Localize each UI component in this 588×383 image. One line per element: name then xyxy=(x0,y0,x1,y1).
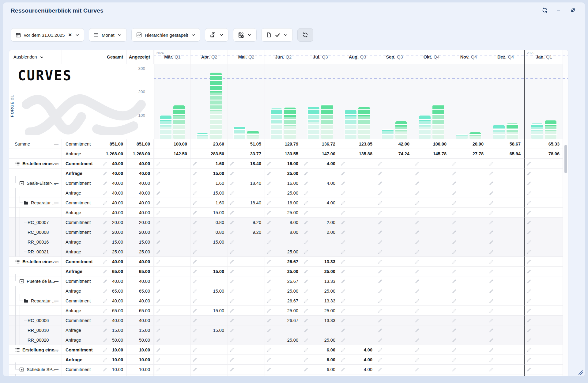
value-cell[interactable] xyxy=(450,257,487,267)
edit-pencil-icon[interactable] xyxy=(489,347,494,352)
edit-pencil-icon[interactable] xyxy=(341,200,346,205)
value-cell[interactable] xyxy=(302,188,339,198)
collapse-toggle[interactable]: — xyxy=(54,347,59,352)
value-cell[interactable]: 26.67 xyxy=(265,296,302,306)
edit-pencil-icon[interactable] xyxy=(192,288,198,294)
edit-pencil-icon[interactable] xyxy=(103,180,108,186)
value-cell[interactable] xyxy=(228,345,265,355)
edit-pencil-icon[interactable] xyxy=(229,318,235,323)
edit-pencil-icon[interactable] xyxy=(378,308,383,313)
edit-pencil-icon[interactable] xyxy=(526,279,532,284)
value-cell[interactable]: 9.20 xyxy=(228,227,265,237)
edit-pencil-icon[interactable] xyxy=(489,269,494,274)
gesamt-cell[interactable]: 65.00 xyxy=(101,306,127,316)
value-cell[interactable] xyxy=(265,325,302,335)
value-cell[interactable] xyxy=(450,365,487,374)
commitment-bar[interactable] xyxy=(419,116,431,139)
edit-pencil-icon[interactable] xyxy=(415,239,420,245)
edit-pencil-icon[interactable] xyxy=(303,357,309,362)
value-cell[interactable] xyxy=(376,355,413,365)
edit-pencil-icon[interactable] xyxy=(452,269,457,274)
edit-pencil-icon[interactable] xyxy=(341,249,346,254)
edit-pencil-icon[interactable] xyxy=(526,220,532,225)
collapse-toggle[interactable]: — xyxy=(54,200,59,205)
edit-pencil-icon[interactable] xyxy=(452,367,457,372)
value-cell[interactable] xyxy=(154,237,191,247)
value-cell[interactable] xyxy=(413,257,450,267)
edit-pencil-icon[interactable] xyxy=(452,200,457,205)
edit-pencil-icon[interactable] xyxy=(378,298,383,303)
value-cell[interactable] xyxy=(228,335,265,345)
value-cell[interactable] xyxy=(302,237,339,247)
document-check-button[interactable] xyxy=(261,28,293,42)
value-cell[interactable] xyxy=(265,374,302,376)
hide-column-toggle[interactable]: Ausblenden xyxy=(9,50,62,64)
value-cell[interactable] xyxy=(487,335,524,345)
value-cell[interactable] xyxy=(154,159,191,169)
edit-pencil-icon[interactable] xyxy=(452,337,457,343)
edit-pencil-icon[interactable] xyxy=(303,308,309,313)
edit-pencil-icon[interactable] xyxy=(229,259,235,264)
anfrage-bar[interactable] xyxy=(321,104,333,139)
value-cell[interactable] xyxy=(487,345,524,355)
collapse-toggle[interactable]: — xyxy=(54,161,59,166)
edit-pencil-icon[interactable] xyxy=(192,298,198,303)
value-cell[interactable] xyxy=(450,286,487,296)
value-cell[interactable] xyxy=(487,208,524,218)
gesamt-cell[interactable]: 40.00 xyxy=(101,257,127,267)
edit-pencil-icon[interactable] xyxy=(192,259,198,264)
edit-pencil-icon[interactable] xyxy=(103,161,108,166)
value-cell[interactable] xyxy=(154,208,191,218)
edit-pencil-icon[interactable] xyxy=(192,328,198,333)
edit-pencil-icon[interactable] xyxy=(156,259,161,264)
value-cell[interactable] xyxy=(339,237,376,247)
value-cell[interactable]: 26.67 xyxy=(265,316,302,325)
edit-pencil-icon[interactable] xyxy=(229,190,235,195)
value-cell[interactable] xyxy=(376,227,413,237)
scrollbar-thumb[interactable] xyxy=(564,145,567,173)
edit-pencil-icon[interactable] xyxy=(489,328,494,333)
edit-pencil-icon[interactable] xyxy=(156,298,161,303)
value-cell[interactable] xyxy=(524,335,563,345)
value-cell[interactable]: 13.33 xyxy=(302,296,339,306)
edit-pencil-icon[interactable] xyxy=(341,190,346,195)
edit-pencil-icon[interactable] xyxy=(526,318,532,323)
value-cell[interactable]: 8.00 xyxy=(265,227,302,237)
value-cell[interactable] xyxy=(450,276,487,286)
edit-pencil-icon[interactable] xyxy=(378,347,383,352)
edit-pencil-icon[interactable] xyxy=(229,328,235,333)
edit-pencil-icon[interactable] xyxy=(103,200,108,205)
edit-pencil-icon[interactable] xyxy=(103,288,108,294)
value-cell[interactable] xyxy=(154,355,191,365)
value-cell[interactable] xyxy=(228,316,265,325)
edit-pencil-icon[interactable] xyxy=(526,357,532,362)
vertical-scrollbar[interactable] xyxy=(563,50,568,376)
value-cell[interactable]: 6.00 xyxy=(302,345,339,355)
edit-pencil-icon[interactable] xyxy=(341,239,346,245)
edit-pencil-icon[interactable] xyxy=(415,337,420,343)
chart-type-button[interactable] xyxy=(205,28,228,42)
value-cell[interactable]: 6.00 xyxy=(302,355,339,365)
value-cell[interactable] xyxy=(228,237,265,247)
value-cell[interactable] xyxy=(524,325,563,335)
value-cell[interactable] xyxy=(450,159,487,169)
edit-pencil-icon[interactable] xyxy=(229,308,235,313)
value-cell[interactable] xyxy=(524,286,563,296)
value-cell[interactable] xyxy=(413,267,450,276)
edit-pencil-icon[interactable] xyxy=(303,298,309,303)
gesamt-cell[interactable]: 25.00 xyxy=(101,247,127,257)
edit-pencil-icon[interactable] xyxy=(378,249,383,254)
edit-pencil-icon[interactable] xyxy=(103,239,108,245)
interval-select-button[interactable]: Monat xyxy=(89,28,127,42)
value-cell[interactable] xyxy=(302,247,339,257)
edit-pencil-icon[interactable] xyxy=(156,279,161,284)
value-cell[interactable] xyxy=(487,296,524,306)
edit-pencil-icon[interactable] xyxy=(489,210,494,215)
value-cell[interactable] xyxy=(339,227,376,237)
collapse-toggle[interactable]: — xyxy=(54,259,59,264)
value-cell[interactable] xyxy=(154,374,191,376)
value-cell[interactable] xyxy=(524,316,563,325)
edit-pencil-icon[interactable] xyxy=(192,337,198,343)
edit-pencil-icon[interactable] xyxy=(415,288,420,294)
value-cell[interactable] xyxy=(265,345,302,355)
